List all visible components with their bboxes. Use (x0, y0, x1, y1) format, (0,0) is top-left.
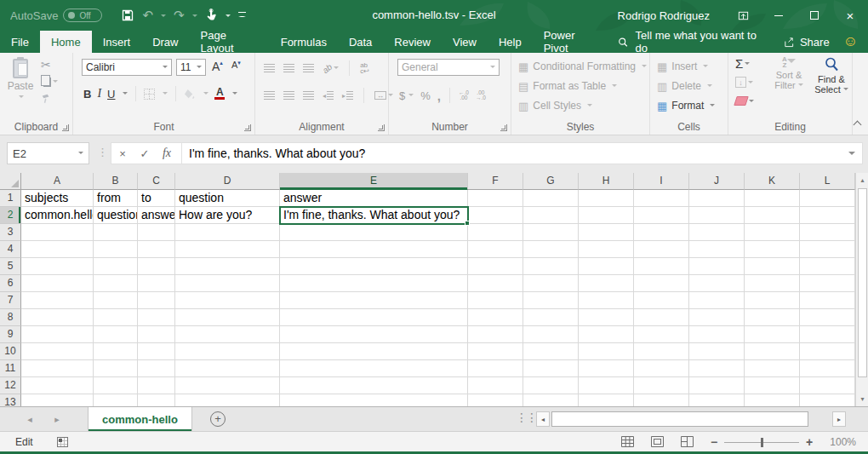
undo-dropdown-icon[interactable] (161, 14, 166, 20)
cell-G13[interactable] (523, 394, 579, 406)
cell-F4[interactable] (468, 241, 523, 258)
cell-F7[interactable] (468, 292, 523, 309)
row-header-4[interactable]: 4 (0, 241, 21, 258)
cell-I10[interactable] (634, 343, 689, 360)
orientation-button[interactable]: ab (323, 64, 339, 73)
cell-I2[interactable] (634, 207, 689, 224)
accounting-format-icon[interactable]: $ (399, 89, 405, 102)
cell-K12[interactable] (745, 377, 800, 394)
format-painter-button[interactable] (41, 92, 58, 106)
cell-C11[interactable] (138, 360, 175, 377)
cell-B9[interactable] (94, 326, 138, 343)
sheet-nav-left-icon[interactable]: ◂ (19, 407, 41, 431)
cell-G5[interactable] (523, 258, 579, 275)
cell-J13[interactable] (689, 394, 745, 406)
cell-G2[interactable] (523, 207, 579, 224)
cell-K6[interactable] (745, 275, 800, 292)
decrease-indent-icon[interactable]: ◂ (323, 91, 334, 100)
sheet-tab-common-hello[interactable]: common-hello (88, 407, 192, 431)
tab-draw[interactable]: Draw (141, 31, 189, 53)
minimize-button[interactable] (761, 0, 797, 31)
cell-I5[interactable] (634, 258, 689, 275)
cell-F3[interactable] (468, 224, 523, 241)
cell-C6[interactable] (138, 275, 175, 292)
row-header-5[interactable]: 5 (0, 258, 21, 275)
cell-C3[interactable] (138, 224, 175, 241)
add-sheet-icon[interactable]: + (210, 411, 226, 427)
cell-E10[interactable] (280, 343, 468, 360)
cell-F6[interactable] (468, 275, 523, 292)
row-header-7[interactable]: 7 (0, 292, 21, 309)
cell-A13[interactable] (21, 394, 94, 406)
cut-button[interactable]: ✂ (41, 58, 58, 72)
row-header-12[interactable]: 12 (0, 377, 21, 394)
cell-A10[interactable] (21, 343, 94, 360)
cell-A9[interactable] (21, 326, 94, 343)
column-header-L[interactable]: L (800, 173, 855, 190)
copy-button[interactable] (41, 75, 58, 89)
tell-me-box[interactable]: Tell me what you want to do (609, 31, 770, 53)
macro-record-icon[interactable] (57, 437, 68, 447)
user-name[interactable]: Rodrigo Rodriguez (618, 9, 710, 22)
cell-K11[interactable] (745, 360, 800, 377)
cell-I1[interactable] (634, 190, 689, 207)
view-page-break-icon[interactable] (681, 436, 694, 447)
cell-B12[interactable] (94, 377, 138, 394)
comma-format-icon[interactable]: , (437, 89, 441, 103)
row-header-3[interactable]: 3 (0, 224, 21, 241)
cell-D12[interactable] (175, 377, 280, 394)
maximize-button[interactable] (797, 0, 832, 31)
cell-K7[interactable] (745, 292, 800, 309)
cell-D7[interactable] (175, 292, 280, 309)
fill-color-icon[interactable] (184, 89, 196, 100)
underline-button[interactable]: U (107, 88, 115, 101)
cell-E2[interactable]: I'm fine, thanks. What about you? (280, 207, 468, 224)
cell-D8[interactable] (175, 309, 280, 326)
conditional-formatting-button[interactable]: ▦ Conditional Formatting (518, 59, 647, 74)
cell-G11[interactable] (523, 360, 579, 377)
decrease-font-size-button[interactable]: A▾ (231, 60, 241, 70)
cell-E4[interactable] (280, 241, 468, 258)
tab-page-layout[interactable]: Page Layout (190, 31, 270, 53)
autosave-toggle[interactable]: Off (63, 9, 102, 22)
cell-B6[interactable] (94, 275, 138, 292)
cell-E5[interactable] (280, 258, 468, 275)
column-header-F[interactable]: F (468, 173, 523, 190)
cell-B11[interactable] (94, 360, 138, 377)
cell-B5[interactable] (94, 258, 138, 275)
cell-G7[interactable] (523, 292, 579, 309)
fill-button[interactable]: ↓ (735, 75, 754, 89)
cell-styles-button[interactable]: ▥ Cell Styles (518, 98, 592, 113)
decrease-decimal-icon[interactable]: .00→.0 (476, 90, 486, 101)
cell-L1[interactable] (800, 190, 855, 207)
row-header-9[interactable]: 9 (0, 326, 21, 343)
row-header-1[interactable]: 1 (0, 190, 21, 207)
cancel-icon[interactable]: × (111, 147, 134, 160)
cell-B3[interactable] (94, 224, 138, 241)
cell-H3[interactable] (579, 224, 634, 241)
cell-I3[interactable] (634, 224, 689, 241)
cell-B13[interactable] (94, 394, 138, 406)
cell-C7[interactable] (138, 292, 175, 309)
select-all-button[interactable] (0, 173, 21, 190)
row-header-8[interactable]: 8 (0, 309, 21, 326)
cell-A3[interactable] (21, 224, 94, 241)
cell-G12[interactable] (523, 377, 579, 394)
clear-button[interactable] (735, 94, 754, 108)
cell-H6[interactable] (579, 275, 634, 292)
cell-L2[interactable] (800, 207, 855, 224)
cell-B8[interactable] (94, 309, 138, 326)
cell-J12[interactable] (689, 377, 745, 394)
cell-H9[interactable] (579, 326, 634, 343)
insert-cells-button[interactable]: ▦ Insert (657, 59, 708, 74)
sheet-nav-right-icon[interactable]: ▸ (46, 407, 68, 431)
cell-C13[interactable] (138, 394, 175, 406)
cell-C5[interactable] (138, 258, 175, 275)
cell-A6[interactable] (21, 275, 94, 292)
zoom-out-icon[interactable]: − (711, 435, 717, 449)
cell-E13[interactable] (280, 394, 468, 406)
cell-L13[interactable] (800, 394, 855, 406)
tab-data[interactable]: Data (338, 31, 383, 53)
cell-L8[interactable] (800, 309, 855, 326)
cell-B7[interactable] (94, 292, 138, 309)
